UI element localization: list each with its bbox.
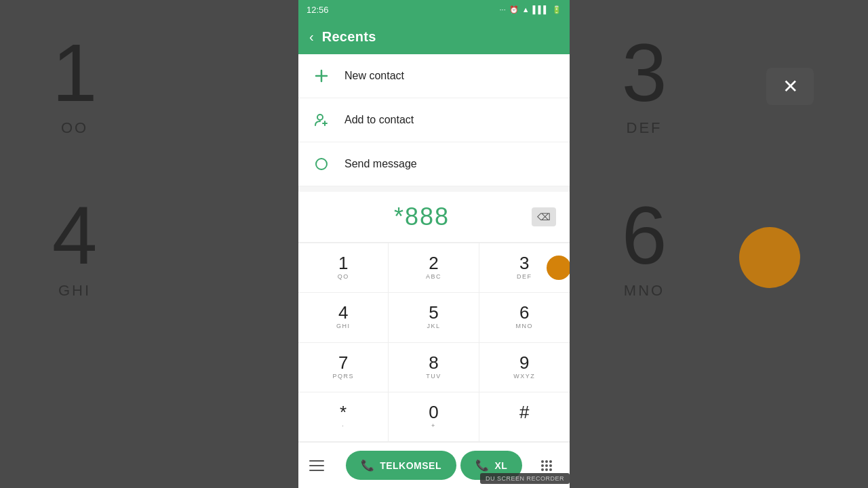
key-5-num: 5: [429, 304, 438, 321]
dots-icon: ···: [500, 5, 506, 14]
hamburger-line-1: [309, 460, 324, 462]
dial-display: *888 ⌫: [298, 192, 570, 243]
key-6-num: 6: [519, 304, 529, 321]
key-3-letters: DEF: [517, 273, 532, 281]
key-9[interactable]: 9 WXYZ: [479, 343, 570, 392]
person-add-icon: [312, 110, 331, 129]
key-8[interactable]: 8 TUV: [389, 343, 479, 392]
phone-frame: 12:56 ··· ⏰ ▲ ▌▌▌ 🔋 ‹ Recents New contac…: [298, 0, 570, 488]
header: ‹ Recents: [298, 19, 570, 54]
keypad: 1 QO 2 ABC 3 DEF 4 GHI 5 JKL 6 MNO 7 PQR…: [298, 243, 570, 442]
svg-point-9: [541, 464, 544, 467]
key-7[interactable]: 7 PQRS: [298, 343, 389, 392]
svg-point-13: [545, 468, 548, 471]
call-xl-icon: 📞: [475, 459, 490, 472]
key-1-num: 1: [338, 254, 348, 272]
key-3-badge: [547, 256, 570, 280]
key-2[interactable]: 2 ABC: [389, 243, 479, 293]
key-0[interactable]: 0 +: [389, 392, 479, 442]
key-0-num: 0: [429, 403, 438, 421]
svg-point-10: [545, 464, 548, 467]
key-hash[interactable]: #: [479, 392, 570, 442]
key-3[interactable]: 3 DEF: [479, 243, 570, 293]
menu-container: New contact Add to contact Send message: [298, 54, 570, 186]
hamburger-line-3: [309, 470, 324, 471]
key-4[interactable]: 4 GHI: [298, 293, 389, 342]
key-4-num: 4: [338, 304, 348, 321]
key-7-letters: PQRS: [332, 373, 354, 381]
key-hash-num: #: [519, 403, 529, 421]
key-6[interactable]: 6 MNO: [479, 293, 570, 342]
key-9-num: 9: [519, 354, 529, 371]
key-1-letters: QO: [338, 273, 349, 281]
add-to-contact-label: Add to contact: [344, 114, 414, 126]
status-time: 12:56: [307, 5, 329, 15]
key-5-letters: JKL: [427, 323, 440, 331]
call-telkomsel-label: TELKOMSEL: [380, 460, 441, 471]
dial-number: *888: [312, 203, 532, 231]
header-title: Recents: [322, 29, 376, 45]
svg-point-8: [549, 460, 552, 463]
bg-digit-1: 1 OO: [0, 0, 149, 163]
key-9-letters: WXYZ: [513, 373, 535, 381]
svg-point-6: [541, 460, 544, 463]
key-star-letters: ·: [342, 422, 344, 430]
new-contact-item[interactable]: New contact: [298, 54, 570, 98]
key-3-num: 3: [519, 254, 529, 272]
bg-digit-empty2: [149, 163, 298, 325]
section-divider: [298, 186, 570, 192]
key-star-num: *: [340, 403, 347, 421]
send-message-item[interactable]: Send message: [298, 142, 570, 186]
key-star[interactable]: * ·: [298, 392, 389, 442]
bg-close-btn: ✕: [766, 68, 814, 105]
call-telkomsel-icon: 📞: [361, 459, 375, 472]
svg-point-2: [317, 115, 323, 120]
key-2-letters: ABC: [426, 273, 441, 281]
key-5[interactable]: 5 JKL: [389, 293, 479, 342]
bg-orange-circle: [739, 227, 800, 288]
key-1[interactable]: 1 QO: [298, 243, 389, 293]
wifi-icon: ▲: [522, 5, 530, 14]
status-bar: 12:56 ··· ⏰ ▲ ▌▌▌ 🔋: [298, 0, 570, 19]
key-2-num: 2: [429, 254, 438, 272]
hamburger-button[interactable]: [309, 453, 334, 478]
bg-digit-empty1: [149, 0, 298, 163]
bg-digit-3: 3 DEF: [570, 0, 719, 163]
back-button[interactable]: ‹: [309, 29, 314, 45]
call-xl-label: XL: [494, 460, 507, 471]
add-to-contact-item[interactable]: Add to contact: [298, 98, 570, 142]
alarm-icon: ⏰: [509, 5, 519, 14]
call-telkomsel-button[interactable]: 📞 TELKOMSEL: [346, 451, 456, 480]
key-7-num: 7: [338, 354, 348, 371]
send-message-label: Send message: [344, 158, 417, 170]
new-contact-label: New contact: [344, 70, 404, 82]
signal-icon: ▌▌▌: [533, 5, 549, 14]
svg-point-5: [316, 159, 327, 169]
key-8-num: 8: [429, 354, 438, 371]
hamburger-line-2: [309, 465, 324, 466]
message-icon: [312, 155, 331, 174]
bg-digit-4: 4 GHI: [0, 163, 149, 325]
du-recorder-badge: DU SCREEN RECORDER: [480, 473, 570, 484]
battery-icon: 🔋: [552, 5, 561, 14]
svg-point-12: [541, 468, 544, 471]
delete-button[interactable]: ⌫: [532, 207, 556, 226]
bg-digit-6: 6 MNO: [570, 163, 719, 325]
key-0-letters: +: [431, 422, 436, 430]
svg-point-11: [549, 464, 552, 467]
status-icons: ··· ⏰ ▲ ▌▌▌ 🔋: [500, 5, 561, 14]
plus-icon: [312, 66, 331, 85]
key-8-letters: TUV: [426, 373, 441, 381]
svg-point-7: [545, 460, 548, 463]
key-4-letters: GHI: [336, 323, 351, 331]
key-6-letters: MNO: [516, 323, 534, 331]
svg-point-14: [549, 468, 552, 471]
